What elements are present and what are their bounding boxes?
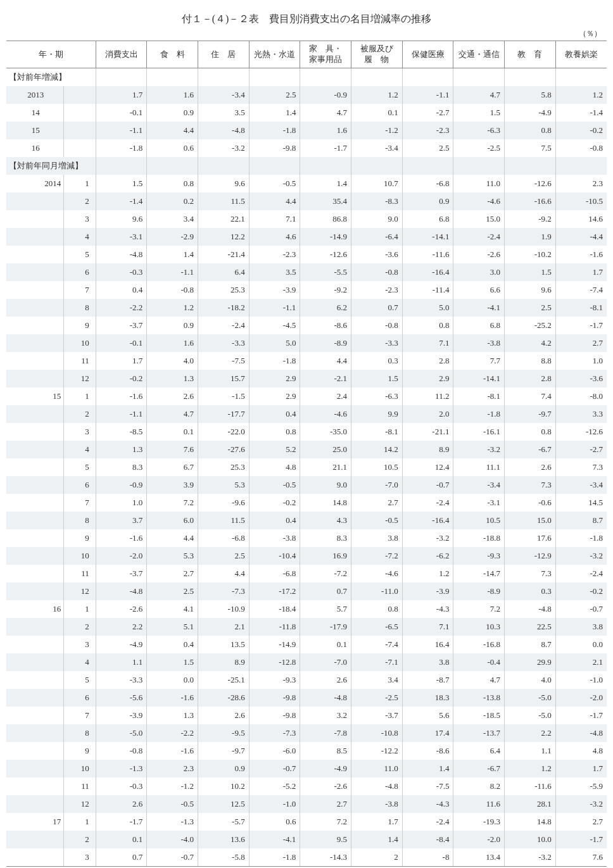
data-cell: 2.3	[147, 760, 198, 777]
data-cell: -2.2	[96, 299, 147, 317]
data-cell: -1.6	[555, 246, 607, 263]
data-cell: -1.0	[555, 671, 607, 689]
table-row: 122.6-0.512.5-1.02.7-3.8-4.311.628.1-3.2	[6, 795, 607, 813]
table-row: 201411.50.89.6-0.51.410.7-6.811.0-12.62.…	[6, 175, 607, 192]
data-cell: -8.9	[300, 334, 351, 352]
data-cell: -7.0	[351, 476, 403, 494]
data-cell: -6.2	[402, 547, 453, 565]
data-cell: 4.6	[249, 228, 300, 246]
data-cell: -3.4	[453, 476, 505, 494]
month-cell: 3	[64, 423, 96, 441]
month-cell: 3	[64, 636, 96, 653]
data-cell: 6.4	[198, 263, 250, 281]
table-row: 14-0.10.93.51.44.70.1-2.71.5-4.9-1.4	[6, 104, 607, 122]
data-cell: 21.1	[300, 458, 351, 476]
year-cell	[6, 653, 64, 671]
data-cell: 0.9	[402, 192, 453, 210]
month-cell: 9	[64, 742, 96, 760]
data-cell: 4.4	[300, 352, 351, 370]
data-cell: 7.1	[402, 334, 453, 352]
data-cell: 1.2	[505, 760, 556, 777]
data-cell: -3.9	[402, 582, 453, 600]
unit-label: （％）	[6, 28, 607, 39]
data-cell: 2.7	[147, 565, 198, 582]
data-cell: -0.6	[505, 494, 556, 512]
data-cell: 8.2	[453, 777, 505, 795]
data-cell: 2.7	[555, 334, 607, 352]
empty-cell	[96, 157, 147, 175]
data-cell: -2.6	[300, 777, 351, 795]
data-cell: -8.5	[96, 423, 147, 441]
data-cell: -0.1	[96, 334, 147, 352]
data-cell: 22.5	[505, 618, 556, 636]
data-cell: -1.7	[555, 317, 607, 334]
header-col-2: 住 居	[198, 41, 250, 68]
data-cell: 17.4	[402, 724, 453, 742]
table-row: 41.37.6-27.65.225.014.28.9-3.2-6.7-2.7	[6, 441, 607, 458]
month-cell: 11	[64, 352, 96, 370]
data-cell: -1.7	[96, 813, 147, 831]
data-cell: -3.4	[351, 139, 403, 157]
data-cell: 9.6	[96, 210, 147, 228]
year-cell: 2013	[6, 86, 64, 104]
data-cell: -11.6	[505, 777, 556, 795]
data-cell: 0.8	[402, 317, 453, 334]
data-cell: 17.6	[505, 529, 556, 547]
empty-cell	[96, 68, 147, 87]
empty-cell	[300, 68, 351, 87]
month-cell: 1	[64, 813, 96, 831]
data-cell: -11.0	[351, 582, 403, 600]
month-cell	[64, 104, 96, 122]
data-cell: 6.7	[147, 458, 198, 476]
data-cell: 9.0	[351, 210, 403, 228]
data-cell: 0.1	[351, 104, 403, 122]
table-row: 7-3.91.32.6-9.83.2-3.75.6-18.5-5.0-1.7	[6, 707, 607, 724]
data-cell: 2.1	[198, 618, 250, 636]
data-cell: -18.5	[453, 707, 505, 724]
data-cell: -3.1	[453, 494, 505, 512]
section-header: 【対前年同月増減】	[6, 157, 607, 175]
data-cell: 86.8	[300, 210, 351, 228]
data-cell: -1.7	[555, 831, 607, 848]
data-cell: -9.8	[249, 139, 300, 157]
data-cell: -12.2	[351, 742, 403, 760]
data-cell: -4.6	[453, 192, 505, 210]
month-cell: 1	[64, 175, 96, 192]
data-cell: -4.0	[147, 831, 198, 848]
data-cell: 5.7	[300, 600, 351, 618]
year-cell	[6, 547, 64, 565]
data-cell: 11.2	[402, 387, 453, 405]
data-cell: 2.2	[505, 724, 556, 742]
table-row: 5-4.81.4-21.4-2.3-12.6-3.6-11.6-2.6-10.2…	[6, 246, 607, 263]
data-cell: -3.2	[555, 795, 607, 813]
data-cell: 1.6	[300, 122, 351, 139]
data-cell: 8.9	[198, 653, 250, 671]
data-cell: -4.8	[300, 689, 351, 707]
data-cell: 25.0	[300, 441, 351, 458]
month-cell: 10	[64, 334, 96, 352]
year-cell	[6, 317, 64, 334]
data-cell: -14.7	[453, 565, 505, 582]
data-cell: -3.7	[351, 707, 403, 724]
data-cell: 0.1	[96, 831, 147, 848]
data-cell: -4.3	[402, 600, 453, 618]
year-cell	[6, 529, 64, 547]
data-cell: 2.5	[147, 582, 198, 600]
data-cell: -7.3	[249, 724, 300, 742]
month-cell: 12	[64, 582, 96, 600]
data-cell: -2.3	[402, 122, 453, 139]
month-cell: 8	[64, 512, 96, 529]
data-cell: 8.3	[300, 529, 351, 547]
data-cell: 0.6	[249, 813, 300, 831]
data-cell: -4.8	[505, 600, 556, 618]
data-cell: -12.8	[249, 653, 300, 671]
data-cell: 1.0	[96, 494, 147, 512]
month-cell: 11	[64, 565, 96, 582]
section-label: 【対前年同月増減】	[6, 157, 96, 175]
data-cell: 1.4	[249, 104, 300, 122]
year-cell	[6, 565, 64, 582]
empty-cell	[198, 157, 250, 175]
data-cell: 3.2	[300, 707, 351, 724]
data-cell: -16.8	[453, 636, 505, 653]
year-cell: 15	[6, 122, 64, 139]
